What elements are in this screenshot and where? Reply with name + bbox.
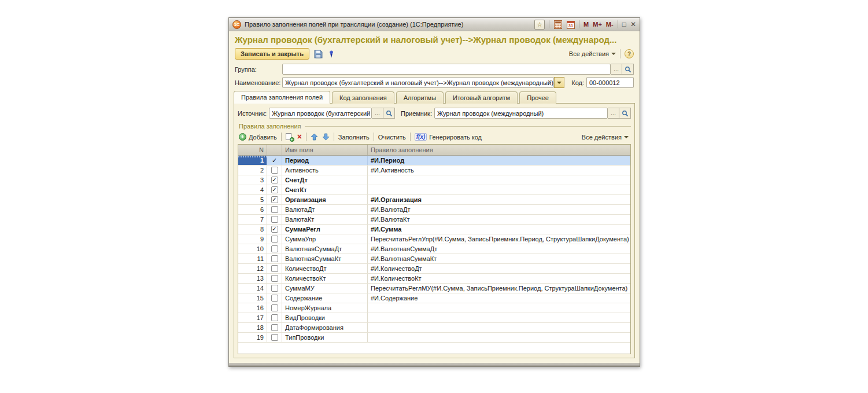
fill-rule-cell[interactable] xyxy=(368,313,630,322)
checkbox-icon[interactable] xyxy=(271,245,278,252)
table-row[interactable]: 17 ВидПроводки xyxy=(238,313,630,323)
save-icon[interactable] xyxy=(313,49,323,58)
field-name-cell[interactable]: СчетКт xyxy=(282,185,368,194)
row-number-cell[interactable]: 18 xyxy=(238,323,267,332)
row-number-cell[interactable]: 3 xyxy=(238,175,267,185)
checkbox-icon[interactable] xyxy=(271,285,278,292)
fill-rule-cell[interactable]: ПересчитатьРеглМУ(#И.Сумма, ЗаписьПриемн… xyxy=(368,284,630,293)
field-name-cell[interactable]: ВидПроводки xyxy=(282,313,368,322)
memory-plus-button[interactable]: M+ xyxy=(593,21,602,28)
checkbox-icon[interactable] xyxy=(271,265,278,272)
row-checkbox-cell[interactable] xyxy=(267,166,282,175)
tab-2[interactable]: Алгоритмы xyxy=(396,91,444,104)
fill-rule-cell[interactable]: #И.ВалютнаяСуммаДт xyxy=(368,244,630,254)
magnifier-icon[interactable] xyxy=(383,108,395,119)
memory-button[interactable]: M xyxy=(583,21,589,28)
field-name-cell[interactable]: СуммаУпр xyxy=(282,234,368,244)
calculator-icon[interactable] xyxy=(553,20,562,29)
field-name-cell[interactable]: ВалютаДт xyxy=(282,205,368,214)
table-all-actions-menu[interactable]: Все действия xyxy=(582,134,629,141)
tab-3[interactable]: Итоговый алгоритм xyxy=(445,91,518,104)
row-number-cell[interactable]: 2 xyxy=(238,166,267,175)
checkbox-icon[interactable] xyxy=(271,334,278,341)
checkbox-icon[interactable] xyxy=(271,314,278,321)
table-row[interactable]: 11 ВалютнаяСуммаКт #И.ВалютнаяСуммаКт xyxy=(238,254,630,264)
table-row[interactable]: 9 СуммаУпр ПересчитатьРеглУпр(#И.Сумма, … xyxy=(238,234,630,244)
lookup-dots-icon[interactable]: ... xyxy=(611,64,622,75)
source-input[interactable]: Журнал проводок (бухгалтерский и налогов… xyxy=(269,108,372,119)
table-row[interactable]: 7 ВалютаКт #И.ВалютаКт xyxy=(238,215,630,225)
field-name-cell[interactable]: ДатаФормирования xyxy=(282,323,368,332)
row-checkbox-cell[interactable] xyxy=(267,264,282,273)
field-name-cell[interactable]: ВалютнаяСуммаДт xyxy=(282,244,368,254)
table-row[interactable]: 6 ВалютаДт #И.ВалютаДт xyxy=(238,205,630,215)
table-row[interactable]: 19 ТипПроводки xyxy=(238,333,630,343)
table-row[interactable]: 4 СчетКт xyxy=(238,185,630,195)
checkbox-icon[interactable] xyxy=(271,324,278,331)
fill-rule-cell[interactable]: #И.Содержание xyxy=(368,293,630,303)
field-name-cell[interactable]: Активность xyxy=(282,166,368,175)
clear-button[interactable]: Очистить xyxy=(378,134,406,141)
row-checkbox-cell[interactable] xyxy=(267,195,282,204)
save-and-close-button[interactable]: Записать и закрыть xyxy=(235,48,309,60)
checkbox-icon[interactable] xyxy=(271,177,278,183)
field-name-cell[interactable]: Период xyxy=(282,156,368,165)
checkbox-icon[interactable] xyxy=(271,295,278,302)
fill-rule-cell[interactable] xyxy=(368,333,630,342)
table-row[interactable]: 18 ДатаФормирования xyxy=(238,323,630,333)
table-row[interactable]: 5 Организация #И.Организация xyxy=(238,195,630,205)
magnifier-icon[interactable] xyxy=(622,64,634,75)
row-checkbox-cell[interactable] xyxy=(267,323,282,332)
group-input[interactable] xyxy=(282,64,611,75)
code-input[interactable]: 00-000012 xyxy=(586,77,634,88)
table-row[interactable]: 13 КоличествоКт #И.КоличествоКт xyxy=(238,274,630,284)
table-row[interactable]: 15 Содержание #И.Содержание xyxy=(238,293,630,303)
row-checkbox-cell[interactable] xyxy=(267,175,282,185)
checkbox-icon[interactable] xyxy=(271,216,278,223)
checkbox-icon[interactable] xyxy=(271,157,278,164)
maximize-button[interactable]: □ xyxy=(622,20,626,28)
magnifier-icon[interactable] xyxy=(619,108,631,119)
lookup-dots-icon[interactable]: ... xyxy=(372,108,383,119)
checkbox-icon[interactable] xyxy=(271,275,278,282)
add-row-button[interactable]: + Добавить xyxy=(239,133,277,141)
row-checkbox-cell[interactable] xyxy=(267,254,282,263)
lookup-dots-icon[interactable]: ... xyxy=(608,108,619,119)
copy-row-button[interactable]: + xyxy=(286,133,293,141)
row-checkbox-cell[interactable] xyxy=(267,234,282,244)
tab-0[interactable]: Правила заполнения полей xyxy=(234,91,330,104)
delete-row-button[interactable]: × xyxy=(297,133,302,141)
row-number-cell[interactable]: 15 xyxy=(238,293,267,303)
row-checkbox-cell[interactable] xyxy=(267,293,282,303)
tab-1[interactable]: Код заполнения xyxy=(332,91,394,104)
field-name-cell[interactable]: КоличествоКт xyxy=(282,274,368,283)
receiver-input[interactable]: Журнал проводок (международный) xyxy=(434,108,608,119)
checkbox-icon[interactable] xyxy=(271,186,278,193)
fill-rule-cell[interactable] xyxy=(368,185,630,194)
favorites-star-icon[interactable]: ☆ xyxy=(534,20,545,30)
row-number-cell[interactable]: 17 xyxy=(238,313,267,322)
fill-rule-cell[interactable]: #И.Сумма xyxy=(368,225,630,234)
checkbox-icon[interactable] xyxy=(271,206,278,213)
row-checkbox-cell[interactable] xyxy=(267,205,282,214)
move-down-button[interactable] xyxy=(322,133,330,141)
row-checkbox-cell[interactable] xyxy=(267,244,282,254)
calendar-icon[interactable]: 31 xyxy=(566,20,575,29)
all-actions-menu[interactable]: Все действия xyxy=(569,50,616,57)
fill-rule-cell[interactable]: ПересчитатьРеглУпр(#И.Сумма, ЗаписьПрием… xyxy=(368,234,630,244)
dropdown-caret-icon[interactable] xyxy=(554,77,564,88)
pin-icon[interactable] xyxy=(327,49,336,58)
table-row[interactable]: 2 Активность #И.Активность xyxy=(238,166,630,175)
row-number-cell[interactable]: 11 xyxy=(238,254,267,263)
move-up-button[interactable] xyxy=(311,133,318,141)
field-name-cell[interactable]: НомерЖурнала xyxy=(282,303,368,313)
fill-rule-cell[interactable]: #И.КоличествоКт xyxy=(368,274,630,283)
field-name-cell[interactable]: СчетДт xyxy=(282,175,368,185)
table-row[interactable]: 14 СуммаМУ ПересчитатьРеглМУ(#И.Сумма, З… xyxy=(238,284,630,293)
table-row[interactable]: 8 СуммаРегл #И.Сумма xyxy=(238,225,630,234)
help-icon[interactable]: ? xyxy=(625,49,634,58)
row-checkbox-cell[interactable] xyxy=(267,225,282,234)
field-name-cell[interactable]: КоличествоДт xyxy=(282,264,368,273)
row-number-cell[interactable]: 19 xyxy=(238,333,267,342)
tab-4[interactable]: Прочее xyxy=(519,91,556,104)
